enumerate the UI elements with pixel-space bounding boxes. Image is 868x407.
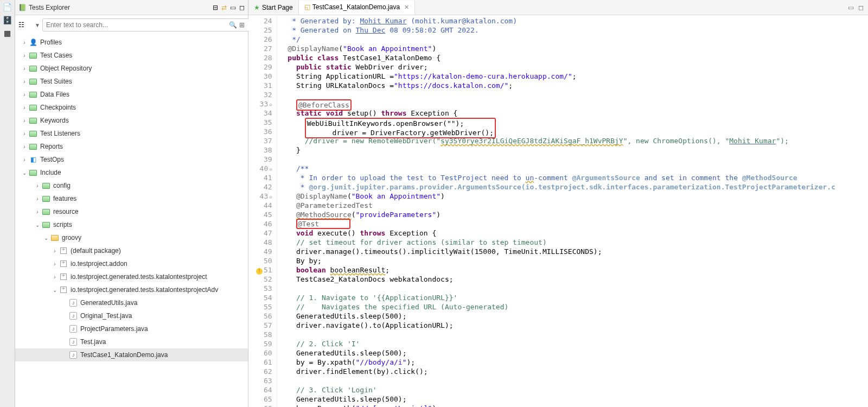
code-editor[interactable]: 24252627282930313233⊖34353637383940⊖4142… [248, 15, 868, 407]
tab-start-label: Start Page [262, 4, 293, 11]
tab-start-page[interactable]: ★Start Page [248, 1, 299, 15]
left-icon-rail: 📄 🗄️ ▦ [0, 0, 15, 407]
explorer-doc-icon: 📗 [18, 4, 27, 11]
tree-resource[interactable]: ›resource [15, 205, 248, 218]
tree-test-suites[interactable]: ›Test Suites [15, 75, 248, 88]
tree-keywords[interactable]: ›Keywords [15, 114, 248, 127]
tree-config[interactable]: ›config [15, 179, 248, 192]
filter-dropdown-icon[interactable]: ▼ [35, 22, 40, 28]
tests-explorer-panel: 📗 Tests Explorer ⊟ ⇄ ▭ ◻ ☷ ▼ 🔍 ⊞ ›👤Profi… [15, 0, 248, 407]
java-file-icon: ◱ [304, 3, 310, 11]
minimize-icon[interactable]: ▭ [230, 4, 236, 11]
tree-groovy[interactable]: ⌄groovy [15, 231, 248, 244]
editor-area: ★Start Page ◱TestCase1_KatalonDemo.java✕… [248, 0, 868, 407]
tree-profiles[interactable]: ›👤Profiles [15, 36, 248, 49]
explorer-tree: ›👤Profiles ›Test Cases ›Object Repositor… [15, 35, 248, 367]
star-icon: ★ [254, 4, 260, 11]
tree-listeners[interactable]: ›Test Listeners [15, 127, 248, 140]
tree-data-files[interactable]: ›Data Files [15, 88, 248, 101]
search-row: ☷ ▼ 🔍 ⊞ [15, 15, 248, 35]
tab-testcase1[interactable]: ◱TestCase1_KatalonDemo.java✕ [299, 1, 415, 15]
maximize-icon[interactable]: ◻ [239, 4, 245, 11]
code-content[interactable]: * Generated by: Mohit Kumar (mohit.kumar… [277, 15, 835, 407]
line-gutter: 24252627282930313233⊖34353637383940⊖4142… [248, 15, 277, 407]
close-tab-icon[interactable]: ✕ [404, 4, 409, 11]
editor-tabbar: ★Start Page ◱TestCase1_KatalonDemo.java✕… [248, 0, 868, 15]
tab-file-label: TestCase1_KatalonDemo.java [312, 3, 400, 11]
link-icon[interactable]: ⇄ [221, 4, 227, 11]
search-icon[interactable]: 🔍 [229, 21, 237, 29]
doc-icon[interactable]: 📄 [3, 2, 12, 12]
tree-checkpoints[interactable]: ›Checkpoints [15, 101, 248, 114]
tree-features[interactable]: ›features [15, 192, 248, 205]
db-icon[interactable]: 🗄️ [3, 15, 12, 25]
tree-default-pkg[interactable]: ›(default package) [15, 244, 248, 257]
tree-file-genutils[interactable]: JGeneratedUtils.java [15, 296, 248, 309]
explorer-title: Tests Explorer [29, 4, 70, 11]
grid-icon[interactable]: ▦ [3, 28, 12, 38]
tree-pkg-gen-adv[interactable]: ⌄io.testproject.generated.tests.katalont… [15, 283, 248, 296]
tree-pkg-addon[interactable]: ›io.testproject.addon [15, 257, 248, 270]
tree-scripts[interactable]: ⌄scripts [15, 218, 248, 231]
filter-icon[interactable]: ☷ [18, 21, 33, 29]
tree-file-params[interactable]: JProjectParameters.java [15, 322, 248, 335]
tree-include[interactable]: ⌄Include [15, 166, 248, 179]
tree-reports[interactable]: ›Reports [15, 140, 248, 153]
tree-pkg-gen[interactable]: ›io.testproject.generated.tests.katalont… [15, 270, 248, 283]
tree-testops[interactable]: ›◧TestOps [15, 153, 248, 166]
tree-object-repo[interactable]: ›Object Repository [15, 62, 248, 75]
options-icon[interactable]: ⊞ [239, 21, 245, 29]
tree-file-test[interactable]: JTest.java [15, 335, 248, 348]
search-input[interactable] [42, 18, 254, 31]
explorer-header: 📗 Tests Explorer ⊟ ⇄ ▭ ◻ [15, 0, 248, 15]
editor-maximize-icon[interactable]: ◻ [858, 4, 864, 11]
tree-test-cases[interactable]: ›Test Cases [15, 49, 248, 62]
collapse-icon[interactable]: ⊟ [213, 4, 218, 11]
tree-file-original[interactable]: JOriginal_Test.java [15, 309, 248, 322]
tree-file-tc1[interactable]: JTestCase1_KatalonDemo.java [15, 348, 248, 361]
editor-minimize-icon[interactable]: ▭ [848, 4, 854, 11]
